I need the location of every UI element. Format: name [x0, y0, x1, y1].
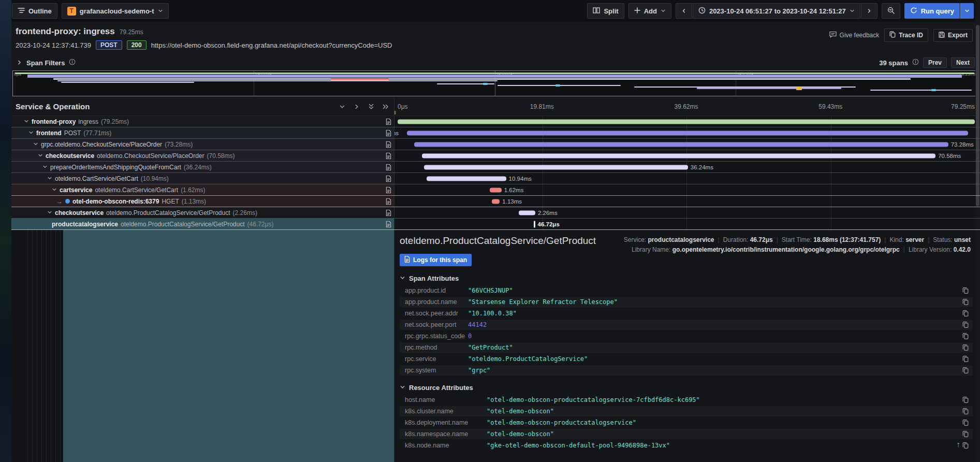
span-logs-icon[interactable] [386, 129, 391, 136]
attribute-row[interactable]: net.sock.peer.port44142 [400, 320, 973, 330]
copy-value-icon[interactable] [962, 299, 969, 306]
copy-value-icon[interactable] [962, 420, 969, 426]
span-logs-icon[interactable] [386, 152, 391, 159]
collapse-one-icon[interactable] [339, 104, 345, 110]
span-row-label[interactable]: oteldemo.CartService/GetCart(10.94ms) [11, 173, 394, 184]
scroll-to-top-icon[interactable]: ↑ [957, 440, 961, 449]
span-logs-icon[interactable] [386, 175, 391, 182]
span-row[interactable]: frontend-proxyingress(79.25ms) [11, 116, 980, 127]
chevron-right-icon[interactable] [17, 58, 22, 67]
chevron-down-icon[interactable] [42, 164, 48, 171]
attribute-row[interactable]: host.name"otel-demo-obscon-productcatalo… [400, 395, 973, 405]
span-row[interactable]: oteldemo.CartService/GetCart(10.94ms)10.… [11, 173, 980, 184]
span-row-label[interactable]: frontendPOST(77.71ms) [11, 127, 394, 138]
collapse-all-icon[interactable] [368, 104, 374, 110]
chevron-down-icon[interactable] [52, 186, 57, 194]
span-row-timeline[interactable]: 70.58ms [394, 150, 980, 161]
expand-one-icon[interactable] [354, 104, 360, 110]
span-row[interactable]: grpc.oteldemo.CheckoutService/PlaceOrder… [11, 139, 980, 150]
split-button[interactable]: Split [587, 3, 624, 19]
span-logs-icon[interactable] [386, 186, 391, 193]
span-row-timeline[interactable] [394, 116, 980, 127]
span-row-timeline[interactable]: 2.26ms [394, 207, 980, 218]
span-row-timeline[interactable]: 1.62ms [394, 184, 980, 195]
attribute-row[interactable]: rpc.system"grpc" [400, 365, 973, 376]
time-shift-forward-button[interactable] [861, 3, 877, 19]
outline-button[interactable]: Outline [12, 3, 57, 19]
span-row-label[interactable]: cartserviceoteldemo.CartService/GetCart(… [11, 184, 394, 195]
span-row-label[interactable]: checkoutserviceoteldemo.ProductCatalogSe… [11, 207, 394, 218]
span-row[interactable]: →otel-demo-obscon-redis:6379HGET(1.13ms)… [11, 196, 980, 207]
span-row-timeline[interactable]: 77.71ms [394, 127, 980, 138]
span-row[interactable]: prepareOrderItemsAndShippingQuoteFromCar… [11, 162, 980, 173]
prev-span-button[interactable]: Prev [923, 57, 947, 68]
chevron-down-icon[interactable] [47, 209, 52, 216]
span-row[interactable]: productcatalogserviceoteldemo.ProductCat… [11, 219, 980, 230]
time-shift-back-button[interactable] [676, 3, 692, 19]
minimap-viewport[interactable]: 0μs19.81ms39.62ms59.43ms79.25ms [12, 70, 977, 96]
datasource-picker[interactable]: T grafanacloud-sedemo-t [62, 3, 169, 19]
span-row[interactable]: cartserviceoteldemo.CartService/GetCart(… [11, 184, 980, 196]
copy-value-icon[interactable] [962, 367, 969, 374]
span-filters-title[interactable]: Span Filters [26, 59, 65, 67]
copy-value-icon[interactable] [962, 397, 969, 403]
span-logs-icon[interactable] [386, 198, 391, 205]
chevron-down-icon[interactable] [28, 129, 34, 137]
copy-value-icon[interactable] [962, 408, 969, 415]
span-row-label[interactable]: prepareOrderItemsAndShippingQuoteFromCar… [11, 162, 394, 172]
copy-value-icon[interactable] [962, 356, 969, 363]
attribute-row[interactable]: k8s.node.name"gke-otel-demo-obscon-defau… [400, 440, 973, 451]
span-row-timeline[interactable]: 46.72μs [394, 219, 980, 229]
span-row[interactable]: checkoutserviceoteldemo.CheckoutService/… [11, 150, 980, 162]
expand-all-icon[interactable] [383, 104, 389, 110]
add-button[interactable]: Add [628, 3, 671, 19]
span-row-timeline[interactable]: 73.28ms [394, 139, 980, 150]
copy-value-icon[interactable] [962, 442, 969, 449]
span-logs-icon[interactable] [386, 209, 391, 216]
span-row-timeline[interactable]: 10.94ms [394, 173, 980, 184]
logs-for-span-button[interactable]: Logs for this span [400, 254, 472, 266]
span-row[interactable]: checkoutserviceoteldemo.ProductCatalogSe… [11, 207, 980, 219]
span-logs-icon[interactable] [386, 141, 391, 148]
attribute-row[interactable]: k8s.cluster.name"otel-demo-obscon" [400, 406, 973, 416]
span-row-label[interactable]: grpc.oteldemo.CheckoutService/PlaceOrder… [11, 139, 394, 150]
copy-value-icon[interactable] [962, 344, 969, 351]
chevron-down-icon[interactable] [24, 118, 29, 125]
span-row-timeline[interactable]: 1.13ms [394, 196, 980, 207]
chevron-down-icon[interactable] [38, 152, 43, 160]
trace-id-button[interactable]: Trace ID [884, 28, 928, 42]
attribute-row[interactable]: app.product.id"66VCHSJNUP" [400, 285, 973, 296]
attribute-row[interactable]: rpc.service"oteldemo.ProductCatalogServi… [400, 354, 973, 364]
export-button[interactable]: Export [933, 29, 973, 42]
time-range-picker[interactable]: 2023-10-24 06:51:27 to 2023-10-24 12:51:… [693, 3, 860, 19]
next-span-button[interactable]: Next [951, 57, 975, 68]
attribute-row[interactable]: rpc.method"GetProduct" [400, 342, 973, 353]
attribute-row[interactable]: rpc.grpc.status_code0 [400, 331, 973, 341]
attribute-row[interactable]: app.product.name"Starsense Explorer Refr… [400, 297, 973, 307]
run-query-caret-button[interactable] [960, 3, 974, 19]
span-attributes-header[interactable]: Span Attributes [400, 275, 973, 282]
resource-attributes-header[interactable]: Resource Attributes [400, 384, 973, 392]
span-row-label[interactable]: →otel-demo-obscon-redis:6379HGET(1.13ms) [11, 196, 394, 207]
span-row-label[interactable]: checkoutserviceoteldemo.CheckoutService/… [11, 150, 394, 161]
copy-value-icon[interactable] [962, 310, 969, 317]
chevron-down-icon[interactable] [47, 175, 52, 182]
copy-value-icon[interactable] [962, 322, 969, 328]
copy-value-icon[interactable] [962, 287, 969, 294]
copy-value-icon[interactable] [962, 431, 969, 438]
attribute-row[interactable]: k8s.namespace.name"otel-demo-obscon" [400, 429, 973, 439]
give-feedback-button[interactable]: Give feedback [829, 31, 880, 39]
span-logs-icon[interactable] [386, 118, 391, 125]
page-scrollbar[interactable] [975, 0, 980, 462]
span-row-label[interactable]: productcatalogserviceoteldemo.ProductCat… [11, 219, 394, 229]
chevron-down-icon[interactable] [33, 141, 38, 148]
run-query-button[interactable]: Run query [904, 3, 960, 19]
zoom-out-button[interactable] [882, 3, 900, 19]
copy-value-icon[interactable] [962, 333, 969, 340]
span-logs-icon[interactable] [386, 164, 391, 170]
span-row[interactable]: frontendPOST(77.71ms)77.71ms [11, 127, 980, 139]
attribute-row[interactable]: net.sock.peer.addr"10.100.0.38" [400, 308, 973, 319]
span-row-timeline[interactable]: 36.24ms [394, 162, 980, 172]
span-row-label[interactable]: frontend-proxyingress(79.25ms) [11, 116, 394, 127]
attribute-row[interactable]: k8s.deployment.name"otel-demo-obscon-pro… [400, 417, 973, 428]
